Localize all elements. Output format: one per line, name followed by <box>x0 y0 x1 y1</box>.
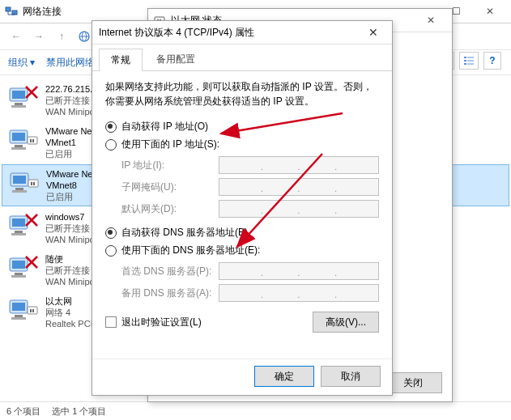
disable-adapter-item[interactable]: 禁用此网络 <box>46 56 95 70</box>
tab-backup[interactable]: 备用配置 <box>144 48 207 70</box>
close-button[interactable]: ✕ <box>474 2 506 20</box>
ip-address-label: IP 地址(I): <box>121 159 219 172</box>
radio-dot-icon <box>105 121 117 133</box>
svg-rect-34 <box>31 182 32 185</box>
radio-manual-ip[interactable]: 使用下面的 IP 地址(S): <box>105 138 379 151</box>
adapter-text: VMware NetVMnet8已启用 <box>46 168 96 202</box>
adapter-text: windows7已断开连接WAN Minipo <box>45 211 95 245</box>
nav-back-button[interactable]: ← <box>6 27 26 46</box>
radio-dot-icon <box>105 245 117 257</box>
adapter-status: 网络 4 <box>45 307 98 318</box>
help-button[interactable]: ? <box>483 52 501 70</box>
cancel-button[interactable]: 取消 <box>321 366 381 387</box>
svg-rect-39 <box>11 233 26 235</box>
dlg-tabs: 常规 备用配置 <box>92 48 392 71</box>
network-icon <box>5 5 18 18</box>
adapter-status: 已断开连接 <box>45 223 95 234</box>
dlg-body: 如果网络支持此功能，则可以获取自动指派的 IP 设置。否则，你需要从网络系统管理… <box>92 71 392 339</box>
svg-rect-45 <box>12 303 25 311</box>
adapter-icon <box>7 168 41 197</box>
ip-fields: IP 地址(I): ... 子网掩码(U): ... 默认网关(D): ... <box>121 156 379 218</box>
adapter-name: windows7 <box>45 211 95 223</box>
adapter-subname: VMnet1 <box>45 137 95 148</box>
dlg-close-button[interactable]: ✕ <box>361 24 385 40</box>
mid-window-controls: ✕ <box>415 11 447 29</box>
nav-forward-button[interactable]: → <box>29 27 49 46</box>
dns-fields: 首选 DNS 服务器(P): ... 备用 DNS 服务器(A): ... <box>121 262 379 302</box>
adapter-name: 以太网 <box>45 295 98 307</box>
svg-rect-28 <box>32 139 34 142</box>
adapter-text: VMware NetVMnet1已启用 <box>45 125 95 159</box>
ipv4-properties-dialog: Internet 协议版本 4 (TCP/IPv4) 属性 ✕ 常规 备用配置 … <box>92 20 393 396</box>
pref-dns-input: ... <box>219 262 379 280</box>
ok-button[interactable]: 确定 <box>254 366 314 387</box>
svg-rect-47 <box>11 317 26 320</box>
adapter-name: 随便 <box>45 253 95 265</box>
dlg-title: Internet 协议版本 4 (TCP/IPv4) 属性 <box>99 26 361 40</box>
radio-auto-ip[interactable]: 自动获得 IP 地址(O) <box>105 120 379 134</box>
svg-rect-24 <box>15 145 23 147</box>
alt-dns-input: ... <box>219 284 379 302</box>
pref-dns-row: 首选 DNS 服务器(P): ... <box>121 262 379 280</box>
status-bar: 6 个项目 选中 1 个项目 <box>0 401 511 420</box>
svg-rect-25 <box>11 147 26 150</box>
alt-dns-label: 备用 DNS 服务器(A): <box>121 286 219 300</box>
adapter-icon <box>6 253 40 282</box>
adapter-subname: VMnet8 <box>46 180 96 191</box>
adapter-name: VMware Net <box>46 168 96 180</box>
svg-rect-14 <box>464 60 466 62</box>
organize-menu[interactable]: 组织 ▾ <box>8 56 35 70</box>
mid-close-button[interactable]: ✕ <box>415 11 447 29</box>
adapter-icon <box>6 211 40 240</box>
ip-group: 自动获得 IP 地址(O) 使用下面的 IP 地址(S): IP 地址(I): … <box>105 120 379 218</box>
radio-dot-icon <box>105 139 117 151</box>
svg-rect-19 <box>12 91 25 99</box>
radio-dot-icon <box>105 227 117 239</box>
validate-checkbox[interactable] <box>105 316 117 328</box>
radio-auto-dns-label: 自动获得 DNS 服务器地址(B) <box>121 226 248 240</box>
advanced-button[interactable]: 高级(V)... <box>313 312 379 333</box>
svg-rect-21 <box>11 105 26 108</box>
subnet-input: ... <box>219 178 379 196</box>
svg-rect-41 <box>12 261 25 269</box>
svg-rect-16 <box>464 63 466 65</box>
svg-rect-42 <box>15 273 23 275</box>
svg-rect-32 <box>12 190 27 193</box>
adapter-device: Realtek PCIe <box>45 318 98 329</box>
dlg-titlebar: Internet 协议版本 4 (TCP/IPv4) 属性 ✕ <box>92 21 392 45</box>
ip-address-input: ... <box>219 156 379 174</box>
adapter-icon <box>6 125 40 155</box>
gateway-label: 默认网关(D): <box>121 202 219 216</box>
adapter-text: 随便已断开连接WAN Minipo <box>45 253 95 287</box>
ip-address-row: IP 地址(I): ... <box>121 156 379 174</box>
dlg-description: 如果网络支持此功能，则可以获取自动指派的 IP 设置。否则，你需要从网络系统管理… <box>105 79 379 108</box>
dialog-buttons: 确定 取消 <box>92 358 392 395</box>
subnet-label: 子网掩码(U): <box>121 180 219 194</box>
status-count: 6 个项目 <box>6 405 40 418</box>
radio-manual-dns[interactable]: 使用下面的 DNS 服务器地址(E): <box>105 244 379 257</box>
adapter-device: WAN Minipo <box>45 276 95 287</box>
subnet-row: 子网掩码(U): ... <box>121 178 379 196</box>
dns-group: 自动获得 DNS 服务器地址(B) 使用下面的 DNS 服务器地址(E): 首选… <box>105 226 379 302</box>
svg-rect-12 <box>464 57 466 58</box>
radio-manual-ip-label: 使用下面的 IP 地址(S): <box>121 138 219 151</box>
svg-rect-27 <box>30 139 32 142</box>
adapter-text: 以太网网络 4Realtek PCIe <box>45 295 98 329</box>
tab-general[interactable]: 常规 <box>99 49 143 71</box>
svg-rect-49 <box>30 309 32 312</box>
svg-rect-23 <box>12 133 25 141</box>
nav-up-button[interactable]: ↑ <box>52 27 71 46</box>
svg-rect-20 <box>15 103 23 105</box>
adapter-status: 已断开连接 <box>45 265 95 276</box>
validate-label: 退出时验证设置(L) <box>121 316 202 329</box>
svg-rect-37 <box>12 218 25 227</box>
svg-rect-46 <box>15 315 23 317</box>
radio-manual-dns-label: 使用下面的 DNS 服务器地址(E): <box>121 244 260 257</box>
radio-auto-dns[interactable]: 自动获得 DNS 服务器地址(B) <box>105 226 379 240</box>
svg-rect-50 <box>32 309 34 312</box>
svg-rect-43 <box>11 275 26 278</box>
gateway-row: 默认网关(D): ... <box>121 200 379 218</box>
validate-row: 退出时验证设置(L) 高级(V)... <box>105 312 379 333</box>
view-list-button[interactable] <box>459 52 479 70</box>
svg-rect-35 <box>33 182 35 185</box>
